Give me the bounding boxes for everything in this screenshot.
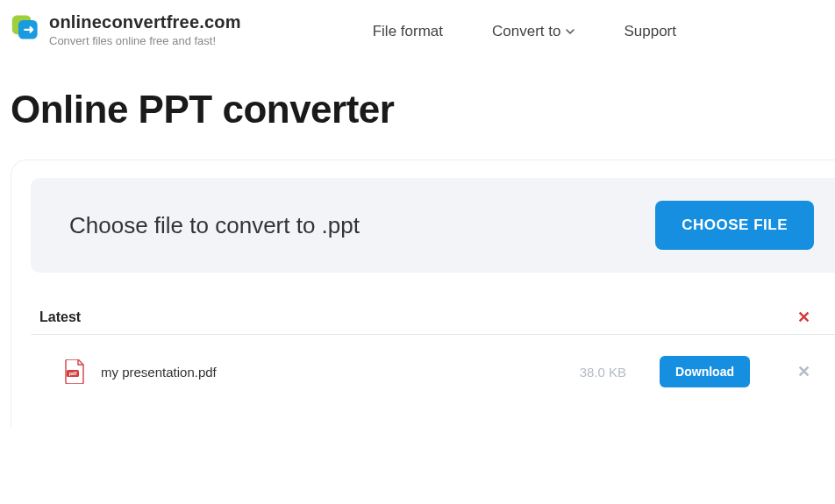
chevron-down-icon	[566, 27, 575, 36]
logo-block[interactable]: onlineconvertfree.com Convert files onli…	[11, 12, 241, 47]
page-title: Online PPT converter	[0, 56, 835, 153]
remove-file-button[interactable]: ✕	[797, 364, 810, 380]
close-icon: ✕	[797, 309, 810, 326]
nav-label: Support	[624, 23, 676, 40]
site-name: onlineconvertfree.com	[49, 12, 241, 32]
latest-heading: Latest	[39, 309, 81, 325]
close-icon: ✕	[797, 363, 810, 380]
file-size: 38.0 KB	[580, 365, 626, 380]
site-header: onlineconvertfree.com Convert files onli…	[0, 0, 835, 56]
pdf-file-icon: pdf	[64, 359, 85, 384]
choose-file-label: Choose file to convert to .ppt	[69, 212, 360, 239]
nav-support[interactable]: Support	[624, 23, 676, 40]
converter-panel: Choose file to convert to .ppt CHOOSE FI…	[11, 160, 835, 428]
nav-label: Convert to	[492, 23, 560, 40]
choose-file-button[interactable]: CHOOSE FILE	[655, 201, 814, 250]
nav-convert-to[interactable]: Convert to	[492, 23, 575, 40]
nav-label: File format	[373, 23, 443, 40]
close-latest-button[interactable]: ✕	[797, 309, 810, 325]
file-row: pdf my presentation.pdf 38.0 KB Download…	[31, 335, 835, 403]
file-name: my presentation.pdf	[101, 365, 564, 380]
download-button[interactable]: Download	[660, 356, 750, 387]
main-nav: File format Convert to Support	[373, 23, 676, 40]
svg-text:pdf: pdf	[69, 371, 77, 376]
site-tagline: Convert files online free and fast!	[49, 34, 241, 47]
logo-icon	[11, 12, 42, 44]
latest-header: Latest ✕	[31, 309, 835, 334]
nav-file-format[interactable]: File format	[373, 23, 443, 40]
choose-file-bar: Choose file to convert to .ppt CHOOSE FI…	[31, 178, 835, 273]
